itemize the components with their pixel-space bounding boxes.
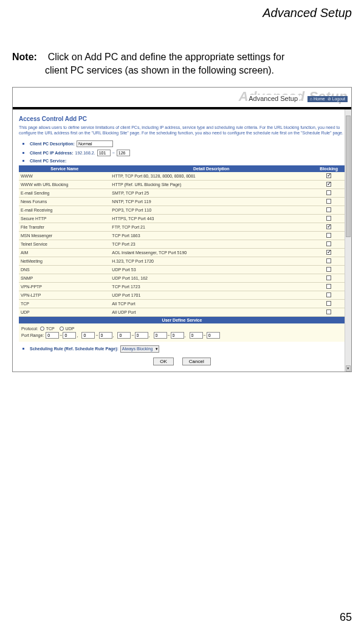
service-blocking-cell (312, 214, 345, 223)
blocking-checkbox[interactable] (326, 258, 331, 263)
blocking-checkbox[interactable] (326, 233, 331, 238)
th-blocking: Blocking (312, 165, 345, 172)
table-row: DNSUDP Port 53 (19, 265, 345, 274)
table-row: E-mail SendingSMTP, TCP Port 25 (19, 188, 345, 197)
port-comma: , (77, 333, 78, 337)
client-desc-label: Client PC Description: (30, 142, 75, 146)
service-blocking-cell (312, 240, 345, 248)
service-name-cell: Secure HTTP (19, 214, 110, 223)
panel-title: Access Control Add PC (19, 116, 345, 122)
client-ip-label: Client PC IP Address: (30, 151, 74, 155)
service-name-cell: NetMeeting (19, 257, 110, 265)
service-desc-cell: All TCP Port (110, 299, 312, 308)
port-to-input[interactable] (207, 332, 220, 339)
blocking-checkbox[interactable] (326, 199, 331, 204)
blocking-checkbox[interactable] (326, 284, 331, 289)
blocking-checkbox[interactable] (326, 267, 331, 272)
service-desc-cell: All UDP Port (110, 308, 312, 316)
bullet-icon (22, 152, 24, 154)
blocking-checkbox[interactable] (326, 292, 331, 297)
service-name-cell: WWW (19, 172, 110, 181)
schedule-row: Scheduling Rule (Ref. Schedule Rule Page… (19, 345, 345, 353)
blocking-checkbox[interactable] (326, 301, 331, 306)
table-row: UDPAll UDP Port (19, 308, 345, 316)
service-blocking-cell (312, 299, 345, 308)
blocking-checkbox[interactable] (326, 224, 331, 229)
service-name-cell: VPN-L2TP (19, 291, 110, 299)
service-blocking-cell (312, 231, 345, 240)
ip-from-input[interactable] (97, 150, 111, 156)
ip-prefix: 192.168.2. (75, 151, 95, 155)
blocking-checkbox[interactable] (326, 173, 331, 178)
service-desc-cell: SMTP, TCP Port 25 (110, 188, 312, 197)
port-tilde: ~ (204, 333, 206, 337)
service-name-cell: MSN Messenger (19, 231, 110, 240)
client-ip-row: Client PC IP Address: 192.168.2. ~ (19, 150, 345, 156)
scroll-thumb[interactable] (346, 116, 351, 237)
port-to-input[interactable] (135, 332, 148, 339)
th-service-name: Service Name (19, 165, 110, 172)
service-desc-cell: HTTP, TCP Port 80, 3128, 8000, 8080, 808… (110, 172, 312, 181)
port-from-input[interactable] (117, 332, 131, 339)
client-service-row: Client PC Service: (19, 159, 345, 163)
service-table: Service Name Detail Description Blocking… (19, 165, 345, 317)
cancel-button[interactable]: Cancel (182, 358, 211, 365)
th-detail-desc: Detail Description (110, 165, 312, 172)
port-comma: , (185, 333, 186, 337)
table-row: SNMPUDP Port 161, 162 (19, 274, 345, 282)
service-name-cell: File Transfer (19, 223, 110, 231)
port-from-input[interactable] (190, 332, 203, 339)
service-blocking-cell (312, 291, 345, 299)
note-block: Note: Click on Add PC and define the app… (0, 20, 364, 87)
uds-header: User Define Service (19, 317, 345, 323)
blocking-checkbox[interactable] (326, 250, 331, 255)
logout-link[interactable]: Logout (332, 97, 345, 101)
client-desc-input[interactable] (77, 140, 113, 147)
scroll-down-icon[interactable]: ▾ (346, 365, 351, 372)
blocking-checkbox[interactable] (326, 216, 331, 221)
blocking-checkbox[interactable] (326, 207, 331, 212)
home-link[interactable]: Home (314, 97, 325, 101)
blocking-checkbox[interactable] (326, 241, 331, 246)
service-name-cell: WWW with URL Blocking (19, 180, 110, 188)
service-desc-cell: UDP Port 1701 (110, 291, 312, 299)
schedule-select[interactable]: Always Blocking (120, 345, 160, 353)
service-blocking-cell (312, 188, 345, 197)
service-blocking-cell (312, 172, 345, 181)
protocol-udp-radio[interactable] (60, 327, 64, 331)
service-blocking-cell (312, 248, 345, 257)
port-range-group: ~, (81, 332, 114, 339)
port-from-input[interactable] (81, 332, 95, 339)
port-from-input[interactable] (46, 332, 59, 339)
protocol-tcp-radio[interactable] (40, 327, 44, 331)
screenshot-top-bar: Advanced Setup Advanced Setup ⌂ Home ⊘ L… (13, 88, 351, 107)
service-name-cell: UDP (19, 308, 110, 316)
schedule-label: Scheduling Rule (Ref. Schedule Rule Page… (30, 347, 118, 351)
service-blocking-cell (312, 180, 345, 188)
port-tilde: ~ (131, 333, 134, 337)
service-desc-cell: TCP Port 1723 (110, 282, 312, 291)
table-row: MSN MessengerTCP Port 1863 (19, 231, 345, 240)
blocking-checkbox[interactable] (326, 309, 331, 314)
ok-button[interactable]: OK (153, 358, 174, 365)
service-blocking-cell (312, 206, 345, 214)
client-desc-row: Client PC Description: (19, 140, 345, 147)
port-to-input[interactable] (63, 332, 76, 339)
blocking-checkbox[interactable] (326, 190, 331, 195)
blocking-checkbox[interactable] (326, 182, 331, 187)
port-to-input[interactable] (99, 332, 112, 339)
table-row: E-mail ReceivingPOP3, TCP Port 110 (19, 206, 345, 214)
ip-to-input[interactable] (117, 150, 130, 156)
service-desc-cell: AOL Instant Messenger, TCP Port 5190 (110, 248, 312, 257)
logout-icon[interactable]: ⊘ (328, 97, 332, 101)
service-desc-cell: UDP Port 161, 162 (110, 274, 312, 282)
port-to-input[interactable] (171, 332, 184, 339)
port-tilde: ~ (60, 333, 62, 337)
protocol-label: Protocol: (21, 327, 38, 331)
blocking-checkbox[interactable] (326, 275, 331, 280)
bullet-icon (22, 143, 24, 145)
scrollbar[interactable]: ▾ (345, 109, 351, 372)
service-blocking-cell (312, 257, 345, 265)
page-header-title: Advanced Setup (0, 0, 364, 20)
port-from-input[interactable] (154, 332, 167, 339)
